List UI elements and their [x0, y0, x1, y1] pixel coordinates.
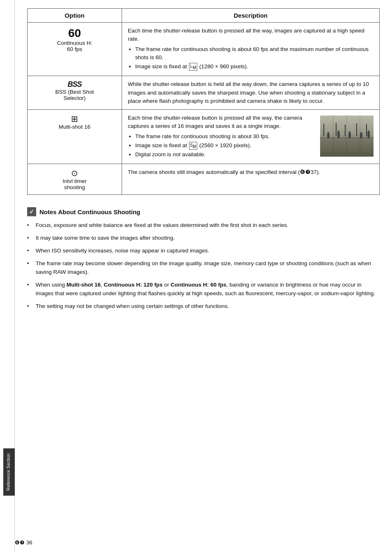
desc-text-timer: The camera shoots still images automatic… [128, 169, 320, 175]
list-item: The frame rate may become slower dependi… [27, 259, 380, 277]
table-row: BSS BSS (Best ShotSelector) While the sh… [28, 76, 380, 110]
notes-list: Focus, exposure and white balance are fi… [27, 221, 380, 310]
label-timer: Intvl timershooting [33, 178, 116, 190]
multishot-svg [320, 116, 374, 157]
note-text-3: When ISO sensitivity increases, noise ma… [36, 247, 209, 255]
page-wrapper: Reference Section Option Description 60 … [0, 0, 392, 553]
svg-rect-15 [366, 124, 367, 136]
multishot-sample-image [320, 116, 374, 157]
inline-icon-5M: 5M [189, 142, 197, 150]
list-item: Focus, exposure and white balance are fi… [27, 221, 380, 230]
icon-multishot: ⊞ [71, 114, 78, 123]
bold-120fps: Continuous H: 120 fps [104, 282, 163, 288]
desc-cell-timer: The camera shoots still images automatic… [122, 164, 380, 195]
desc-text-bss: While the shutter-release button is held… [128, 81, 369, 104]
notes-title: Notes About Continuous Shooting [39, 208, 140, 215]
bullet-item: Digital zoom is not available. [135, 150, 316, 159]
option-cell-multishot: ⊞ Multi-shot 16 [28, 110, 122, 164]
inline-icon-L: LM [189, 63, 197, 71]
notes-header: ✓ Notes About Continuous Shooting [27, 207, 380, 216]
svg-rect-16 [320, 137, 374, 138]
col-desc-header: Description [122, 9, 380, 23]
notes-section: ✓ Notes About Continuous Shooting Focus,… [27, 207, 380, 310]
bold-multishot: Multi-shot 16 [67, 282, 101, 288]
option-cell-timer: ⊙ Intvl timershooting [28, 164, 122, 195]
sidebar: Reference Section [0, 0, 15, 553]
table-row: ⊞ Multi-shot 16 Each time the shutter-re… [28, 110, 380, 164]
svg-rect-13 [345, 125, 346, 136]
col-option-header: Option [28, 9, 122, 23]
options-table: Option Description 60 Continuous H:60 fp… [27, 8, 380, 195]
icon-bss: BSS [67, 80, 81, 88]
footer-icon: ❻❼ [15, 539, 25, 546]
icon-60: 60 [68, 27, 81, 39]
list-item: When ISO sensitivity increases, noise ma… [27, 247, 380, 255]
bold-60fps: Continuous H: 60 fps [171, 282, 226, 288]
note-text-1: Focus, exposure and white balance are fi… [36, 221, 288, 230]
list-item: It may take some time to save the images… [27, 234, 380, 243]
bullet-item: The frame rate for continuous shooting i… [135, 45, 374, 62]
notes-checkmark-icon: ✓ [27, 207, 36, 216]
bullet-item: Image size is fixed at 5M (2560 × 1920 p… [135, 141, 316, 150]
label-multishot: Multi-shot 16 [33, 124, 116, 130]
desc-cell-60fps: Each time the shutter-release button is … [122, 23, 380, 76]
icon-timer: ⊙ [71, 169, 78, 178]
bullet-item: The frame rate for continuous shooting i… [135, 132, 316, 141]
svg-rect-11 [323, 124, 324, 136]
page-footer: ❻❼ 36 [15, 539, 32, 546]
desc-cell-multishot: Each time the shutter-release button is … [122, 110, 380, 164]
svg-rect-14 [356, 123, 357, 136]
table-row: ⊙ Intvl timershooting The camera shoots … [28, 164, 380, 195]
list-item: When using Multi-shot 16, Continuous H: … [27, 281, 380, 298]
main-content: Option Description 60 Continuous H:60 fp… [15, 0, 392, 553]
desc-text-60fps: Each time the shutter-release button is … [128, 28, 364, 42]
option-cell-60fps: 60 Continuous H:60 fps [28, 23, 122, 76]
sidebar-tab: Reference Section [3, 449, 15, 496]
multishot-text: Each time the shutter-release button is … [128, 114, 316, 160]
option-cell-bss: BSS BSS (Best ShotSelector) [28, 76, 122, 110]
desc-bullets-60fps: The frame rate for continuous shooting i… [128, 45, 374, 71]
svg-rect-12 [336, 123, 337, 136]
page-number: 36 [26, 539, 32, 546]
note-text-4: The frame rate may become slower dependi… [36, 259, 380, 277]
sidebar-label: Reference Section [6, 454, 11, 491]
note-text-2: It may take some time to save the images… [36, 234, 175, 243]
multishot-layout: Each time the shutter-release button is … [128, 114, 374, 160]
bullet-item: Image size is fixed at LM (1280 × 960 pi… [135, 62, 374, 71]
label-bss: BSS (Best ShotSelector) [33, 89, 116, 101]
desc-bullets-multishot: The frame rate for continuous shooting i… [128, 132, 316, 159]
table-row: 60 Continuous H:60 fps Each time the shu… [28, 23, 380, 76]
list-item: The setting may not be changed when usin… [27, 302, 380, 311]
label-60fps: Continuous H:60 fps [33, 40, 116, 52]
desc-text-multishot: Each time the shutter-release button is … [128, 115, 302, 129]
note-text-5: When using Multi-shot 16, Continuous H: … [36, 281, 380, 298]
desc-cell-bss: While the shutter-release button is held… [122, 76, 380, 110]
note-text-6: The setting may not be changed when usin… [36, 302, 229, 311]
